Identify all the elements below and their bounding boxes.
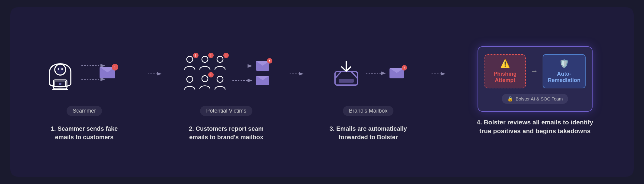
connector-3-4 xyxy=(430,71,448,77)
svg-point-2 xyxy=(58,68,59,70)
shield-check-icon: 🛡️ xyxy=(559,59,569,68)
warning-icon-large: ⚠️ xyxy=(500,59,510,68)
phishing-attempt-box: ⚠️ Phishing Attempt xyxy=(485,54,526,88)
svg-point-19 xyxy=(217,76,223,82)
connector-1-2 xyxy=(146,71,164,77)
email-envelope-step3: ! xyxy=(389,68,404,78)
arrow-right-icon: → xyxy=(531,67,538,75)
flow-container: ! Scammer 1. Scammer sends fake emails t… xyxy=(10,7,634,177)
connector-2-3 xyxy=(288,71,306,77)
step-3-label: Brand's Mailbox xyxy=(343,106,394,116)
step-1-label: Scammer xyxy=(67,106,102,116)
email-envelope-step2-top: ! xyxy=(256,61,269,71)
bolster-shield-icon: 🔒 xyxy=(507,96,513,102)
svg-point-15 xyxy=(202,56,208,62)
step-3-icon-area: ! xyxy=(306,43,430,104)
warning-badge-step3: ! xyxy=(402,65,407,71)
step-4-icon-area: ⚠️ Phishing Attempt → 🛡️ Auto-Remediatio… xyxy=(448,49,622,109)
step-2: ! ! xyxy=(164,43,288,141)
bolster-team-label: Bolster AI & SOC Team xyxy=(516,96,563,101)
bolster-team-badge: 🔒 Bolster AI & SOC Team xyxy=(502,94,568,104)
step-1-desc: 1. Scammer sends fake emails to customer… xyxy=(51,124,118,141)
svg-rect-28 xyxy=(339,79,354,83)
remediation-label: Auto-Remediation xyxy=(548,71,580,84)
svg-point-3 xyxy=(61,68,63,70)
victim-2: ! xyxy=(199,55,211,72)
step-1-icon-area: ! xyxy=(22,43,146,104)
bolster-panel: ⚠️ Phishing Attempt → 🛡️ Auto-Remediatio… xyxy=(478,46,593,112)
svg-point-1 xyxy=(57,66,64,74)
victim-5: ! xyxy=(199,74,211,91)
warning-badge: ! xyxy=(112,64,118,71)
step-2-desc: 2. Customers report scam emails to brand… xyxy=(189,124,264,141)
victim-3: ! xyxy=(214,55,226,72)
step-3-desc: 3. Emails are automatically forwarded to… xyxy=(330,124,407,141)
victim-6 xyxy=(214,75,226,91)
victim-1: ! xyxy=(183,55,196,72)
remediation-box: 🛡️ Auto-Remediation xyxy=(543,54,585,88)
svg-rect-7 xyxy=(52,89,68,90)
step-3: ! Brand's Mailbox 3. Emails are automati… xyxy=(306,43,430,141)
step-4-desc: 4. Bolster reviews all emails to identif… xyxy=(477,118,593,136)
mailbox-icon xyxy=(333,60,360,87)
email-envelope-step2-bottom xyxy=(256,76,269,85)
email-envelope-step1: ! xyxy=(100,67,115,78)
phishing-label: Phishing Attempt xyxy=(491,71,520,84)
svg-point-16 xyxy=(217,56,223,62)
hacker-icon xyxy=(45,55,75,91)
step-4: ⚠️ Phishing Attempt → 🛡️ Auto-Remediatio… xyxy=(448,49,622,136)
step-1: ! Scammer 1. Scammer sends fake emails t… xyxy=(22,43,146,141)
svg-point-8 xyxy=(59,83,61,85)
svg-point-18 xyxy=(202,76,208,82)
victims-grid: ! ! xyxy=(183,55,226,91)
svg-rect-26 xyxy=(335,72,357,85)
warning-badge-top: ! xyxy=(267,58,272,64)
svg-point-17 xyxy=(187,76,193,82)
step-2-label: Potential Victims xyxy=(200,106,252,116)
panel-boxes-row: ⚠️ Phishing Attempt → 🛡️ Auto-Remediatio… xyxy=(485,54,586,88)
svg-point-14 xyxy=(187,56,193,62)
victim-4 xyxy=(183,75,196,91)
step-2-icon-area: ! ! xyxy=(164,43,288,104)
